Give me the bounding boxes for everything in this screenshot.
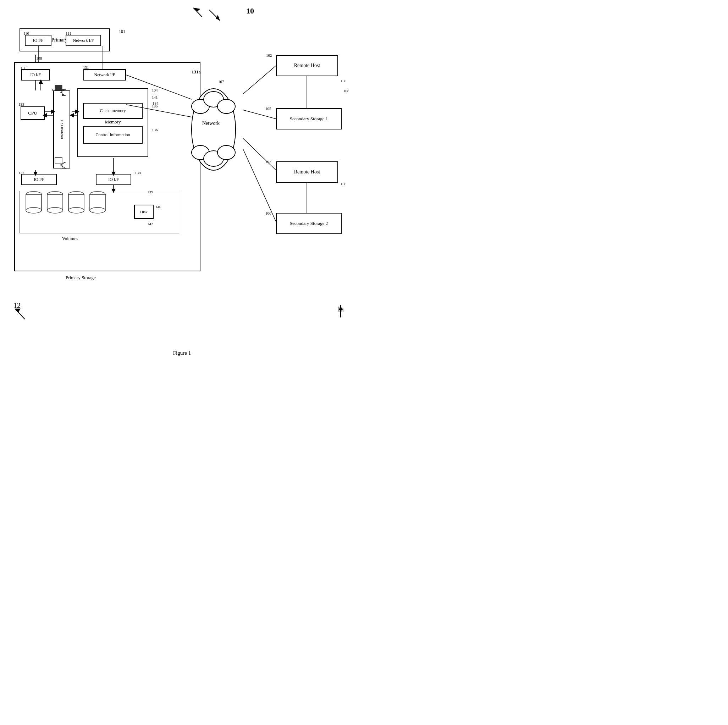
disk-box: Disk — [134, 205, 154, 219]
ref-108a: 108 — [341, 79, 347, 83]
memory-label: Memory — [105, 119, 121, 125]
secondary-storage-2-box: Secondary Storage 2 — [276, 213, 342, 234]
io-if-top-label: IO I/F — [33, 38, 44, 43]
ref-108b: 108 — [341, 182, 347, 186]
cache-memory-label: Cache memory — [100, 108, 126, 113]
ref-105: 105 — [265, 106, 271, 111]
cpu-label: CPU — [28, 110, 37, 116]
control-info-label: Control Information — [96, 132, 130, 138]
secondary-storage-2-label: Secondary Storage 2 — [290, 220, 328, 226]
internal-bus-box: Internal Bus — [53, 90, 70, 168]
ref-107: 107 — [218, 80, 224, 84]
svg-marker-22 — [193, 8, 200, 12]
svg-line-50 — [15, 309, 25, 319]
io-if-bottom-right-box: IO I/F — [96, 174, 131, 185]
ref-106: 106 — [265, 211, 271, 215]
ref-142: 142 — [147, 222, 153, 226]
ref-141: 141 — [152, 95, 158, 99]
memory-box: Memory — [77, 88, 148, 157]
svg-line-43 — [243, 138, 276, 170]
ref-139: 139 — [147, 190, 153, 194]
io-if-top-box: IO I/F — [25, 35, 52, 46]
ref-131a: 131a — [191, 69, 201, 75]
ref-131: 131 — [83, 65, 89, 69]
remote-host-bottom-box: Remote Host — [276, 161, 338, 183]
ref-140: 140 — [155, 205, 161, 209]
ref-10: 10 — [246, 6, 254, 15]
cache-memory-box: Cache memory — [83, 103, 142, 119]
remote-host-bottom-label: Remote Host — [294, 169, 320, 175]
ref-103: 103 — [265, 160, 271, 164]
remote-host-top-box: Remote Host — [276, 55, 338, 76]
ref-110: 110 — [23, 31, 29, 35]
network-if-top-label: Network I/F — [73, 38, 94, 43]
network-if-inner-label: Network I/F — [94, 72, 115, 78]
ref-1a: 1a — [337, 305, 344, 313]
control-info-box: Control Information — [83, 126, 142, 144]
ref-101: 101 — [119, 29, 125, 34]
ref-104: 104 — [152, 88, 158, 92]
svg-text:108: 108 — [36, 56, 42, 60]
ref-132: 132 — [52, 87, 58, 92]
io-if-left-box: IO I/F — [21, 69, 50, 81]
svg-point-6 — [217, 145, 235, 160]
io-if-left-label: IO I/F — [30, 72, 41, 78]
ref-133: 133 — [18, 102, 24, 106]
volumes-label: Volumes — [62, 236, 78, 242]
svg-line-19 — [209, 10, 220, 21]
svg-line-41 — [243, 66, 276, 94]
diagram: 10 Primary Host 101 IO I/F 110 Network I… — [0, 0, 364, 362]
ref-130: 130 — [21, 66, 27, 70]
remote-host-top-label: Remote Host — [294, 63, 320, 69]
ref-102: 102 — [266, 53, 272, 57]
disk-label: Disk — [140, 210, 148, 214]
svg-line-42 — [243, 110, 276, 119]
cpu-box: CPU — [21, 106, 45, 120]
figure-caption: Figure 1 — [0, 350, 364, 356]
network-label: Network — [202, 121, 220, 126]
figure-caption-text: Figure 1 — [173, 350, 191, 356]
ref-135: 135 — [152, 104, 158, 108]
svg-point-3 — [217, 99, 235, 113]
svg-line-21 — [193, 8, 202, 17]
primary-storage-label: Primary Storage — [66, 275, 96, 281]
network-if-top-box: Network I/F — [66, 35, 101, 46]
network-if-inner-box: Network I/F — [83, 69, 126, 81]
svg-text:108: 108 — [343, 89, 349, 93]
secondary-storage-1-box: Secondary Storage 1 — [276, 108, 342, 130]
svg-marker-20 — [216, 15, 220, 21]
ref-136: 136 — [152, 128, 158, 132]
io-if-bottom-right-label: IO I/F — [108, 177, 119, 182]
io-if-bottom-left-label: IO I/F — [34, 177, 44, 182]
ref-138: 138 — [135, 171, 141, 175]
network-cloud — [188, 80, 240, 179]
volumes-area — [20, 191, 179, 233]
ref-137: 137 — [18, 171, 24, 175]
ref-12: 12 — [14, 301, 21, 310]
secondary-storage-1-label: Secondary Storage 1 — [290, 116, 328, 122]
io-if-bottom-left-box: IO I/F — [21, 174, 57, 185]
internal-bus-label: Internal Bus — [60, 120, 64, 139]
ref-111: 111 — [66, 31, 71, 35]
